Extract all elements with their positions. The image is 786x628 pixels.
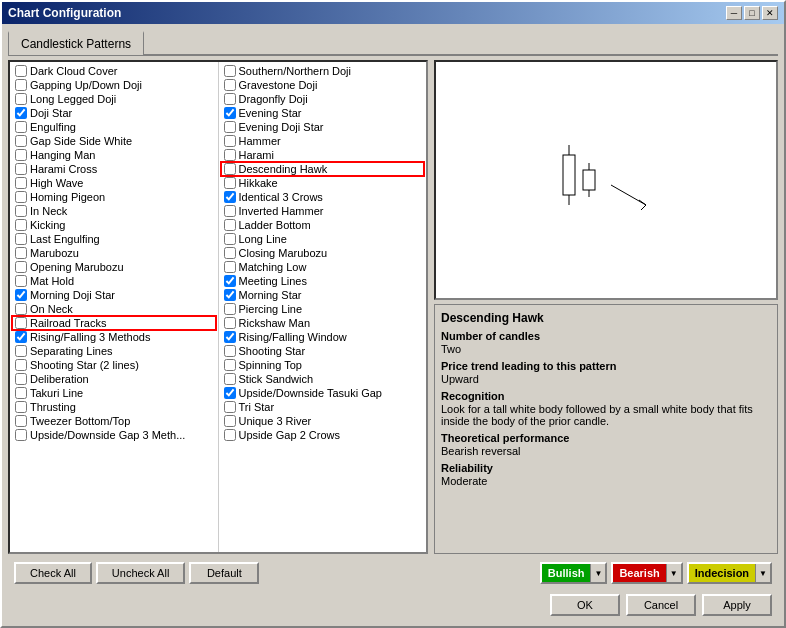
list-item[interactable]: Stick Sandwich	[221, 372, 425, 386]
pattern-checkbox[interactable]	[15, 205, 27, 217]
list-item[interactable]: Gapping Up/Down Doji	[12, 78, 216, 92]
bearish-arrow-icon[interactable]: ▼	[666, 564, 681, 582]
pattern-checkbox[interactable]	[15, 163, 27, 175]
bullish-dropdown[interactable]: Bullish ▼	[540, 562, 608, 584]
pattern-checkbox[interactable]	[224, 107, 236, 119]
pattern-checkbox[interactable]	[15, 219, 27, 231]
apply-button[interactable]: Apply	[702, 594, 772, 616]
pattern-checkbox[interactable]	[15, 121, 27, 133]
pattern-checkbox[interactable]	[224, 415, 236, 427]
tab-candlestick[interactable]: Candlestick Patterns	[8, 31, 144, 55]
list-item[interactable]: Spinning Top	[221, 358, 425, 372]
pattern-checkbox[interactable]	[224, 79, 236, 91]
pattern-checkbox[interactable]	[224, 429, 236, 441]
list-item[interactable]: Separating Lines	[12, 344, 216, 358]
list-item[interactable]: High Wave	[12, 176, 216, 190]
pattern-checkbox[interactable]	[15, 359, 27, 371]
pattern-checkbox[interactable]	[224, 135, 236, 147]
close-button[interactable]: ✕	[762, 6, 778, 20]
list-item[interactable]: Harami	[221, 148, 425, 162]
pattern-checkbox[interactable]	[15, 233, 27, 245]
pattern-checkbox[interactable]	[224, 261, 236, 273]
pattern-checkbox[interactable]	[224, 401, 236, 413]
list-item[interactable]: Takuri Line	[12, 386, 216, 400]
pattern-checkbox[interactable]	[15, 387, 27, 399]
list-item[interactable]: Hikkake	[221, 176, 425, 190]
list-item[interactable]: Kicking	[12, 218, 216, 232]
pattern-checkbox[interactable]	[15, 93, 27, 105]
list-item[interactable]: Deliberation	[12, 372, 216, 386]
list-item[interactable]: Long Line	[221, 232, 425, 246]
pattern-checkbox[interactable]	[15, 401, 27, 413]
pattern-checkbox[interactable]	[15, 177, 27, 189]
list-item[interactable]: Last Engulfing	[12, 232, 216, 246]
list-item[interactable]: In Neck	[12, 204, 216, 218]
minimize-button[interactable]: ─	[726, 6, 742, 20]
list-item[interactable]: Tri Star	[221, 400, 425, 414]
list-item[interactable]: Rickshaw Man	[221, 316, 425, 330]
default-button[interactable]: Default	[189, 562, 259, 584]
list-item[interactable]: Inverted Hammer	[221, 204, 425, 218]
pattern-checkbox[interactable]	[224, 219, 236, 231]
pattern-checkbox[interactable]	[15, 317, 27, 329]
uncheck-all-button[interactable]: Uncheck All	[96, 562, 185, 584]
pattern-checkbox[interactable]	[15, 415, 27, 427]
list-item[interactable]: Dragonfly Doji	[221, 92, 425, 106]
pattern-checkbox[interactable]	[224, 303, 236, 315]
list-item[interactable]: Closing Marubozu	[221, 246, 425, 260]
pattern-checkbox[interactable]	[15, 303, 27, 315]
list-item[interactable]: Homing Pigeon	[12, 190, 216, 204]
list-item[interactable]: Identical 3 Crows	[221, 190, 425, 204]
pattern-checkbox[interactable]	[224, 149, 236, 161]
maximize-button[interactable]: □	[744, 6, 760, 20]
pattern-checkbox[interactable]	[224, 387, 236, 399]
pattern-checkbox[interactable]	[224, 247, 236, 259]
list-item[interactable]: Rising/Falling Window	[221, 330, 425, 344]
indecision-arrow-icon[interactable]: ▼	[755, 564, 770, 582]
list-item[interactable]: Ladder Bottom	[221, 218, 425, 232]
list-item[interactable]: Piercing Line	[221, 302, 425, 316]
pattern-checkbox[interactable]	[15, 261, 27, 273]
indecision-dropdown[interactable]: Indecision ▼	[687, 562, 772, 584]
pattern-checkbox[interactable]	[15, 289, 27, 301]
list-item[interactable]: Thrusting	[12, 400, 216, 414]
pattern-checkbox[interactable]	[15, 191, 27, 203]
pattern-checkbox[interactable]	[224, 177, 236, 189]
pattern-checkbox[interactable]	[15, 247, 27, 259]
pattern-checkbox[interactable]	[15, 149, 27, 161]
list-item[interactable]: Shooting Star (2 lines)	[12, 358, 216, 372]
list-item[interactable]: Upside/Downside Gap 3 Meth...	[12, 428, 216, 442]
list-item[interactable]: Hanging Man	[12, 148, 216, 162]
pattern-checkbox[interactable]	[15, 107, 27, 119]
pattern-checkbox[interactable]	[224, 345, 236, 357]
pattern-checkbox[interactable]	[224, 359, 236, 371]
list-item[interactable]: Dark Cloud Cover	[12, 64, 216, 78]
bullish-arrow-icon[interactable]: ▼	[590, 564, 605, 582]
bearish-dropdown[interactable]: Bearish ▼	[611, 562, 682, 584]
pattern-checkbox[interactable]	[224, 163, 236, 175]
check-all-button[interactable]: Check All	[14, 562, 92, 584]
cancel-button[interactable]: Cancel	[626, 594, 696, 616]
list-item[interactable]: On Neck	[12, 302, 216, 316]
list-item[interactable]: Gravestone Doji	[221, 78, 425, 92]
pattern-checkbox[interactable]	[15, 79, 27, 91]
list-item[interactable]: Matching Low	[221, 260, 425, 274]
list-item[interactable]: Railroad Tracks	[12, 316, 216, 330]
pattern-checkbox[interactable]	[224, 205, 236, 217]
pattern-checkbox[interactable]	[224, 275, 236, 287]
pattern-checkbox[interactable]	[224, 373, 236, 385]
pattern-checkbox[interactable]	[224, 331, 236, 343]
list-item[interactable]: Engulfing	[12, 120, 216, 134]
list-item[interactable]: Opening Marubozu	[12, 260, 216, 274]
pattern-checkbox[interactable]	[15, 65, 27, 77]
list-item[interactable]: Unique 3 River	[221, 414, 425, 428]
pattern-checkbox[interactable]	[224, 93, 236, 105]
list-item[interactable]: Marubozu	[12, 246, 216, 260]
list-item[interactable]: Upside/Downside Tasuki Gap	[221, 386, 425, 400]
list-item[interactable]: Meeting Lines	[221, 274, 425, 288]
list-item[interactable]: Morning Doji Star	[12, 288, 216, 302]
list-item[interactable]: Rising/Falling 3 Methods	[12, 330, 216, 344]
list-item[interactable]: Evening Star	[221, 106, 425, 120]
list-item[interactable]: Descending Hawk	[221, 162, 425, 176]
list-item[interactable]: Doji Star	[12, 106, 216, 120]
